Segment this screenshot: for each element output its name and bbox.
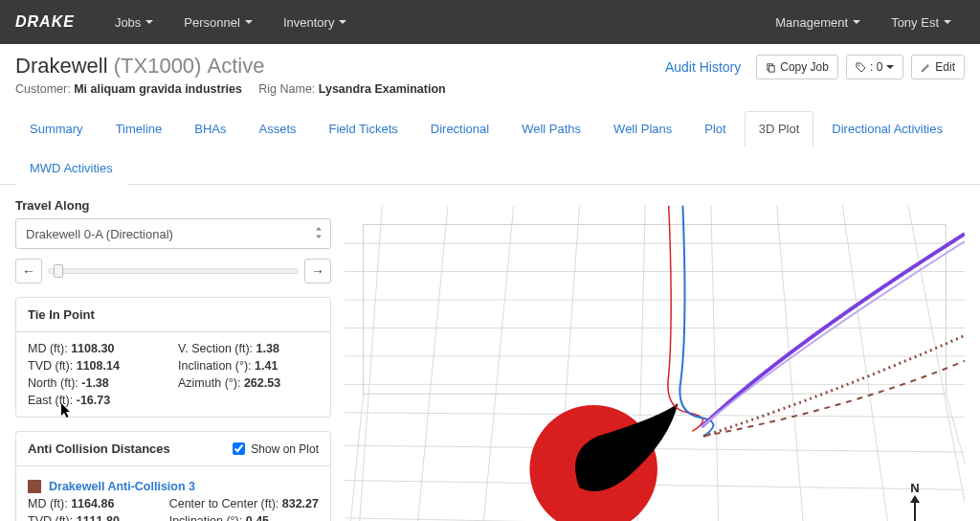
page-title: Drakewell (TX1000) Active <box>15 54 446 79</box>
tie-in-panel: Tie In Point MD (ft): 1108.30 V. Section… <box>15 297 331 418</box>
copy-icon <box>766 62 776 73</box>
svg-rect-1 <box>769 65 775 71</box>
caret-icon <box>145 20 153 24</box>
tag-icon <box>856 62 866 73</box>
travel-along-select[interactable]: Drakewell 0-A (Directional) <box>15 218 331 249</box>
page-subtitle: Customer: Mi aliquam gravida industries … <box>15 82 446 96</box>
edit-button[interactable]: Edit <box>911 55 965 79</box>
tab-well-paths[interactable]: Well Paths <box>507 111 595 147</box>
sidebar: Travel Along Drakewell 0-A (Directional)… <box>15 196 331 521</box>
brand-logo[interactable]: DRAKE <box>15 13 75 31</box>
step-forward-button[interactable]: → <box>304 259 331 283</box>
caret-icon <box>853 20 860 24</box>
tab-3d-plot[interactable]: 3D Plot <box>745 111 814 147</box>
caret-icon <box>886 65 894 69</box>
swatch-icon <box>28 480 41 493</box>
tab-bar: Summary Timeline BHAs Assets Field Ticke… <box>0 110 980 185</box>
tab-summary[interactable]: Summary <box>15 111 98 147</box>
tab-directional-activities[interactable]: Directional Activities <box>817 111 957 147</box>
top-navbar: DRAKE Jobs Personnel Inventory Managemen… <box>0 0 980 44</box>
tab-directional[interactable]: Directional <box>416 111 503 147</box>
travel-along-heading: Travel Along <box>15 198 331 213</box>
page-header: Drakewell (TX1000) Active Customer: Mi a… <box>0 44 980 104</box>
nav-inventory[interactable]: Inventory <box>270 4 360 41</box>
tab-mwd-activities[interactable]: MWD Activities <box>15 150 127 185</box>
header-actions: Audit History Copy Job : 0 Edit <box>657 54 965 80</box>
tab-field-tickets[interactable]: Field Tickets <box>315 111 412 147</box>
svg-point-2 <box>858 64 858 65</box>
travel-slider[interactable] <box>48 268 299 274</box>
tag-count-button[interactable]: : 0 <box>846 55 903 79</box>
tab-timeline[interactable]: Timeline <box>101 111 177 147</box>
anti-collision-panel: Anti Collision Distances Show on Plot Dr… <box>15 431 331 521</box>
nav-jobs[interactable]: Jobs <box>101 4 167 41</box>
tab-plot[interactable]: Plot <box>690 111 740 147</box>
tab-bhas[interactable]: BHAs <box>180 111 240 147</box>
slider-thumb[interactable] <box>54 264 63 278</box>
travel-slider-row: ← → <box>15 259 331 283</box>
caret-icon <box>339 20 346 24</box>
nav-left-group: Jobs Personnel Inventory <box>101 4 361 41</box>
pencil-icon <box>921 62 931 73</box>
anti-collision-heading: Anti Collision Distances Show on Plot <box>16 432 330 466</box>
show-on-plot-toggle[interactable]: Show on Plot <box>233 442 319 456</box>
nav-right-group: Management Tony Est <box>762 4 965 41</box>
nav-personnel[interactable]: Personnel <box>170 4 266 41</box>
step-back-button[interactable]: ← <box>15 259 42 283</box>
compass-indicator: N <box>894 481 936 521</box>
show-on-plot-checkbox[interactable] <box>233 442 245 455</box>
tab-well-plans[interactable]: Well Plans <box>599 111 686 147</box>
tie-in-heading: Tie In Point <box>16 298 330 332</box>
nav-user[interactable]: Tony Est <box>878 4 965 41</box>
caret-icon <box>245 20 253 24</box>
ac-item-3-link[interactable]: Drakewell Anti-Collision 3 <box>28 480 319 493</box>
caret-icon <box>944 20 951 24</box>
nav-management[interactable]: Management <box>762 4 874 41</box>
audit-history-link[interactable]: Audit History <box>657 54 748 80</box>
copy-job-button[interactable]: Copy Job <box>756 55 838 79</box>
tab-assets[interactable]: Assets <box>245 111 311 147</box>
plot-3d-canvas[interactable]: N <box>345 196 965 521</box>
